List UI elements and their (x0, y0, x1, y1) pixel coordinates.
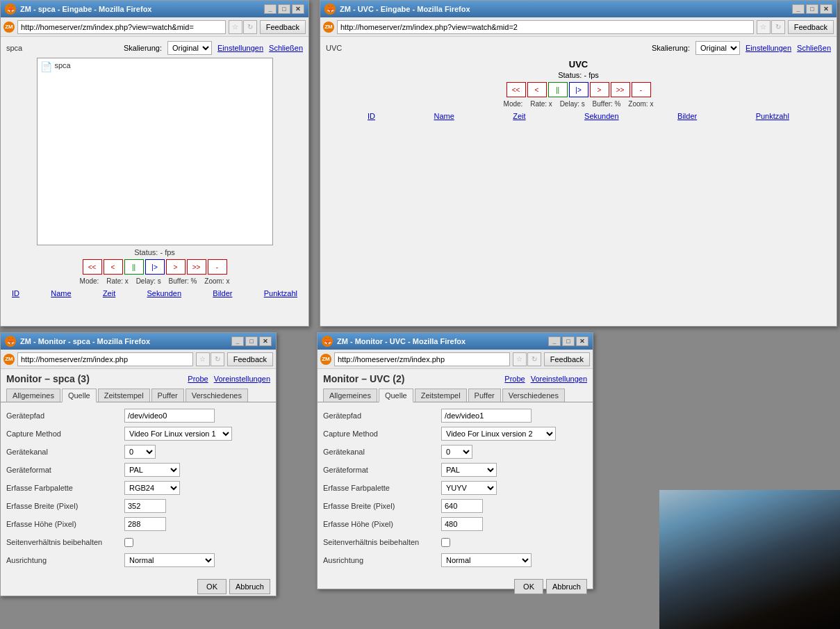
uvc-skalierung-select[interactable]: Original (695, 41, 740, 55)
uvc-schliessen-link[interactable]: Schließen (797, 44, 831, 52)
uvc-ctrl-rewind-fast[interactable]: << (507, 82, 526, 97)
col-bilder[interactable]: Bilder (213, 289, 232, 297)
uvc-ctrl-forward[interactable]: > (590, 82, 609, 97)
uvc-geraetekanal-select[interactable]: 0 (441, 445, 472, 459)
uvc-ctrl-stop[interactable]: - (632, 82, 651, 97)
close-button[interactable]: ✕ (292, 4, 304, 14)
maximize-button-4[interactable]: □ (562, 336, 575, 346)
einstellungen-link[interactable]: Einstellungen (217, 44, 263, 52)
uvc-breite-input[interactable] (441, 499, 483, 513)
ctrl-forward-fast[interactable]: >> (187, 259, 206, 275)
spca-ok-button[interactable]: OK (197, 579, 227, 594)
spca-monitor-url[interactable] (17, 352, 193, 366)
ausrichtung-select[interactable]: Normal (124, 553, 215, 567)
geraetepfad-input[interactable] (124, 409, 215, 423)
uvc-watch-url[interactable] (337, 20, 754, 34)
col-zeit[interactable]: Zeit (103, 289, 115, 297)
uvc-ctrl-pause[interactable]: || (548, 82, 568, 97)
uvc-col-punktzahl[interactable]: Punktzahl (756, 112, 789, 120)
col-sekunden[interactable]: Sekunden (147, 289, 181, 297)
star-icon[interactable]: ☆ (229, 20, 242, 34)
spca-watch-feedback-button[interactable]: Feedback (260, 20, 306, 34)
ctrl-rewind-fast[interactable]: << (83, 259, 102, 275)
col-punktzahl[interactable]: Punktzahl (264, 289, 297, 297)
spca-monitor-feedback-button[interactable]: Feedback (227, 352, 273, 366)
col-name[interactable]: Name (51, 289, 71, 297)
spca-video-label: spca (55, 61, 71, 70)
uvc-col-bilder[interactable]: Bilder (677, 112, 697, 120)
ctrl-rewind[interactable]: < (104, 259, 123, 275)
uvc-tab-verschiedenes[interactable]: Verschiedenes (502, 389, 565, 402)
uvc-col-sekunden[interactable]: Sekunden (584, 112, 619, 120)
tab-puffer[interactable]: Puffer (151, 389, 184, 402)
spca-watch-content: spca Skalierung: Original Einstellungen … (1, 37, 308, 304)
refresh-icon-3[interactable]: ↻ (211, 352, 224, 366)
uvc-voreinstellungen-link[interactable]: Voreinstellungen (531, 375, 587, 383)
uvc-probe-link[interactable]: Probe (504, 375, 525, 383)
refresh-icon-4[interactable]: ↻ (527, 352, 541, 366)
tab-verschiedenes[interactable]: Verschiedenes (186, 389, 248, 402)
ctrl-step[interactable]: |> (145, 259, 165, 275)
uvc-monitor-feedback-button[interactable]: Feedback (544, 352, 590, 366)
schliessen-link[interactable]: Schließen (269, 44, 303, 52)
uvc-col-name[interactable]: Name (434, 112, 454, 120)
spca-watch-url[interactable] (17, 20, 226, 34)
spca-probe-link[interactable]: Probe (188, 375, 208, 383)
uvc-tab-allgemeines[interactable]: Allgemeines (323, 389, 377, 402)
minimize-button-3[interactable]: _ (231, 336, 244, 346)
uvc-geraetepfad-input[interactable] (441, 409, 532, 423)
uvc-capture-method-select[interactable]: Video For Linux version 2 (441, 427, 556, 441)
tab-quelle[interactable]: Quelle (62, 389, 97, 402)
uvc-geraeteformat-select[interactable]: PAL (441, 463, 497, 477)
spca-voreinstellungen-link[interactable]: Voreinstellungen (214, 375, 270, 383)
uvc-tab-zeitstempel[interactable]: Zeitstempel (415, 389, 467, 402)
seitenverhaeltnis-checkbox[interactable] (124, 538, 133, 547)
uvc-monitor-titlebar: 🦊 ZM - Monitor - UVC - Mozilla Firefox _… (318, 333, 593, 350)
uvc-ctrl-forward-fast[interactable]: >> (611, 82, 630, 97)
refresh-icon-2[interactable]: ↻ (771, 20, 785, 34)
geraeteformat-select[interactable]: PAL (124, 463, 180, 477)
minimize-button-2[interactable]: _ (792, 4, 805, 14)
ctrl-stop[interactable]: - (208, 259, 227, 275)
close-button-2[interactable]: ✕ (820, 4, 832, 14)
close-button-4[interactable]: ✕ (576, 336, 588, 346)
uvc-ok-button[interactable]: OK (514, 579, 543, 594)
maximize-button-2[interactable]: □ (806, 4, 818, 14)
minimize-button[interactable]: _ (264, 4, 277, 14)
tab-allgemeines[interactable]: Allgemeines (6, 389, 60, 402)
ctrl-forward[interactable]: > (166, 259, 186, 275)
star-icon-4[interactable]: ☆ (513, 352, 527, 366)
ctrl-pause[interactable]: || (124, 259, 144, 275)
hoehe-input[interactable] (124, 517, 166, 531)
uvc-seitenverhaeltnis-checkbox[interactable] (441, 538, 450, 547)
uvc-abbruch-button[interactable]: Abbruch (546, 579, 587, 594)
col-id[interactable]: ID (12, 289, 19, 297)
uvc-tab-puffer[interactable]: Puffer (468, 389, 501, 402)
star-icon-3[interactable]: ☆ (196, 352, 210, 366)
close-button-3[interactable]: ✕ (259, 336, 272, 346)
tab-zeitstempel[interactable]: Zeitstempel (98, 389, 150, 402)
uvc-monitor-url[interactable] (334, 352, 510, 366)
uvc-col-zeit[interactable]: Zeit (513, 112, 525, 120)
minimize-button-4[interactable]: _ (548, 336, 561, 346)
capture-method-select[interactable]: Video For Linux version 1 (124, 427, 232, 441)
uvc-watch-feedback-button[interactable]: Feedback (788, 20, 834, 34)
uvc-ctrl-rewind[interactable]: < (527, 82, 547, 97)
uvc-einstellungen-link[interactable]: Einstellungen (746, 44, 791, 52)
refresh-icon[interactable]: ↻ (243, 20, 257, 34)
maximize-button-3[interactable]: □ (245, 336, 258, 346)
breite-input[interactable] (124, 499, 166, 513)
uvc-farbpalette-select[interactable]: YUYV (441, 481, 497, 495)
uvc-tab-quelle[interactable]: Quelle (379, 389, 413, 402)
uvc-hoehe-input[interactable] (441, 517, 483, 531)
uvc-rate-label: Rate: x (530, 100, 552, 108)
uvc-ctrl-step[interactable]: |> (569, 82, 588, 97)
uvc-ausrichtung-select[interactable]: Normal (441, 553, 532, 567)
star-icon-2[interactable]: ☆ (757, 20, 771, 34)
spca-abbruch-button[interactable]: Abbruch (229, 579, 270, 594)
uvc-col-id[interactable]: ID (368, 112, 375, 120)
farbpalette-select[interactable]: RGB24 (124, 481, 180, 495)
geraetekanal-select[interactable]: 0 (124, 445, 156, 459)
skalierung-select[interactable]: Original (167, 41, 212, 55)
maximize-button[interactable]: □ (278, 4, 290, 14)
